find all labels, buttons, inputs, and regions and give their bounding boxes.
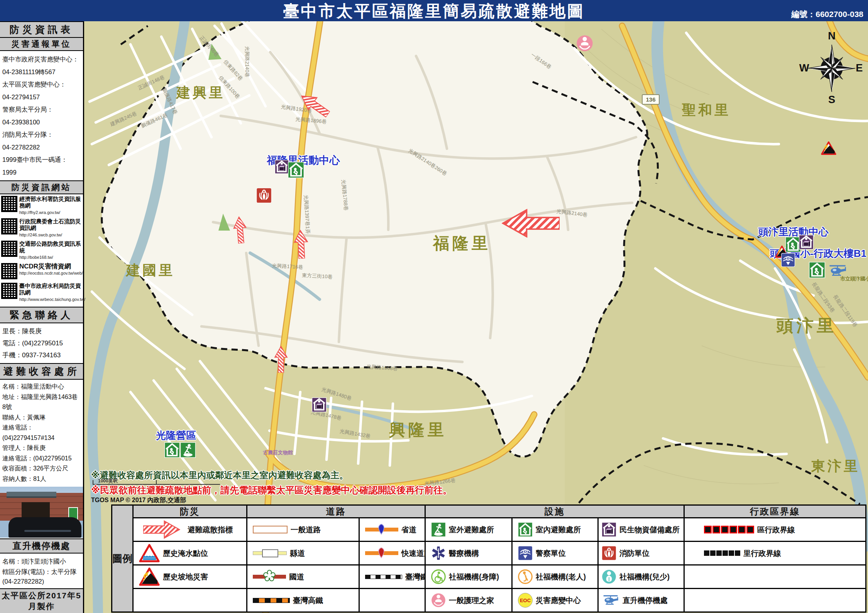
legend-item-label: 歷史坡地災害 [163, 572, 208, 582]
legend-item-label: 避難疏散指標 [188, 525, 233, 535]
supplies-depot-icon [602, 522, 616, 537]
legend-item-hsr: 臺灣高鐵 [247, 589, 359, 611]
website-row: 交通部公路防救災資訊系統 http://bobe168.tw/ [1, 241, 82, 260]
shelter-line: 收容面積：326平方公尺 [2, 464, 81, 474]
map-serial-number: 編號：6602700-038 [791, 9, 863, 20]
phone-line: 1999臺中市民一碼通：1999 [2, 153, 81, 178]
provincial-shield-icon [377, 524, 386, 535]
nursing-home-icon [431, 593, 446, 608]
provincial-road-swatch [365, 528, 398, 531]
legend-item-provincial-road: 省道 [360, 518, 425, 541]
website-url: http://fhy2.wra.gov.tw/ [19, 210, 82, 215]
region-label-xinglong: 興隆里 [389, 419, 447, 441]
sidebar-title: 防災資訊表 [0, 21, 83, 38]
street-label: 光興路2140巷 [244, 46, 250, 78]
heliport-line: 轄區分隊(電話)：太平分隊(04-22782282) [2, 567, 81, 586]
legend-empty-cell [134, 589, 246, 611]
legend-item-nursing-home: 一般護理之家 [426, 589, 511, 611]
shelter-line: 容納人數：81人 [2, 474, 81, 484]
legend-header-admin: 行政區界線 [685, 506, 865, 517]
legend-item-flood: 歷史淹水點位 [134, 542, 246, 564]
legend-item-label: 一般道路 [291, 525, 321, 535]
phone-line: 04-22782282 [2, 141, 81, 154]
legend-empty-cell [685, 565, 865, 588]
region-label-jianguo: 建國里 [126, 261, 175, 280]
legend-item-general-road: 一般道路 [247, 518, 359, 541]
landslide-hazard-icon [821, 141, 836, 155]
website-name: 經濟部水利署防災資訊服務網 [19, 196, 82, 209]
legend-item-indoor-shelter: 室內避難處所 [513, 518, 597, 541]
shelter-line: 管理人：陳長庚 [2, 443, 81, 453]
expressway-swatch [365, 551, 398, 555]
indoor-shelter-icon [164, 442, 180, 458]
legend-item-evac-arrow: 避難疏散指標 [134, 518, 246, 541]
legend-item-label: 室內避難處所 [536, 525, 581, 535]
website-row: 行政院農委會土石流防災資訊網 http://246.swcb.gov.tw/ [1, 218, 82, 237]
legend-header-road: 道路 [247, 506, 425, 517]
child-icon [602, 569, 616, 584]
supplies-depot-icon [312, 397, 327, 412]
legend-item-label: 社福機構(身障) [449, 572, 499, 582]
legend-item-label: 國道 [289, 572, 304, 582]
contact-line: 電話：(04)22795015 [2, 337, 81, 349]
page-title: 臺中市太平區福隆里簡易疏散避難地圖 [0, 0, 868, 22]
legend-item-supplies: 民生物資儲備處所 [599, 518, 684, 541]
legend-item-label: 災害應變中心 [536, 595, 581, 606]
legend-item-label: 室外避難處所 [449, 525, 494, 535]
hsr-swatch [253, 598, 290, 603]
indoor-shelter-icon [518, 522, 533, 537]
national-highway-swatch [253, 575, 286, 579]
legend-item-label: 一般護理之家 [449, 595, 494, 606]
evacuation-arrow [232, 216, 249, 244]
legend-item-label: 消防單位 [619, 548, 650, 559]
legend-header-facility: 設施 [426, 506, 684, 517]
legend-item-national-highway: 國道 [247, 565, 359, 588]
compass-w: W [799, 62, 809, 74]
sidebar-footer: 太平區公所2017年5月製作 [0, 588, 83, 613]
phone-line: 臺中市政府災害應變中心： [2, 53, 81, 66]
section-shelter: 避難收容處所 [0, 363, 83, 380]
railway-swatch [365, 575, 402, 579]
legend-item-expressway: 快速道路 [360, 542, 425, 564]
county-road-swatch [253, 551, 287, 555]
title-bar: 臺中市太平區福隆里簡易疏散避難地圖 編號：6602700-038 [0, 0, 868, 21]
outdoor-shelter-icon [431, 522, 446, 537]
heliport-detail-list: 名稱：頭汴里頭汴國小 轄區分隊(電話)：太平分隊(04-22782282) [0, 554, 83, 588]
legend-item-label: 省道 [401, 525, 416, 535]
evacuation-arrow [293, 229, 310, 259]
indoor-shelter-icon [809, 262, 825, 278]
flood-point-icon [139, 543, 160, 563]
qr-code-icon [1, 241, 17, 257]
website-url: http://eocdss.ncdr.nat.gov.tw/web/ [19, 271, 82, 275]
legend-item-label: 臺灣高鐵 [293, 595, 323, 606]
legend-item-police: 警察單位 [513, 542, 597, 564]
info-sidebar: 防災資訊表 災害通報單位 臺中市政府災害應變中心： 04-23811119轉56… [0, 21, 84, 613]
legend-empty-cell [685, 589, 865, 611]
region-label-fulong: 福隆里 [433, 233, 491, 254]
legend-label: 圖例 [112, 506, 132, 611]
phone-line: 04-23811119轉567 [2, 66, 81, 78]
website-name: NCDR災害情資網 [19, 263, 82, 270]
legend-item-slope: 歷史坡地災害 [134, 565, 246, 588]
website-name: 交通部公路防救災資訊系統 [19, 241, 82, 254]
shelter-line: 地址：福隆里光興路1463巷8號 [2, 392, 81, 413]
legend-item-label: 歷史淹水點位 [163, 548, 208, 559]
contact-line: 里長：陳長庚 [2, 325, 81, 337]
report-phone-list: 臺中市政府災害應變中心： 04-23811119轉567 太平區災害應變中心： … [0, 51, 83, 180]
supplies-depot-icon [275, 160, 289, 174]
website-list: 經濟部水利署防災資訊服務網 http://fhy2.wra.gov.tw/ 行政… [0, 194, 83, 307]
medical-icon [431, 546, 446, 560]
legend-item-label: 區行政界線 [757, 525, 795, 535]
qr-code-icon [1, 263, 17, 279]
section-heliport: 直升機停機處 [0, 538, 83, 554]
legend-item-welfare-elderly: 社福機構(老人) [513, 565, 597, 588]
svg-text:136: 136 [646, 96, 655, 103]
shelter-detail-list: 名稱：福隆里活動中心 地址：福隆里光興路1463巷8號 聯絡人：黃佩琳 連絡電話… [0, 380, 83, 486]
legend-item-medical: 醫療機構 [426, 542, 511, 564]
legend-item-county-road: 縣道 [247, 542, 359, 564]
shelter-line: 名稱：福隆里活動中心 [2, 382, 81, 392]
website-row: 臺中市政府水利局防災資訊網 http://www.wrbeoc.taichung… [1, 283, 82, 302]
nursing-home-icon [576, 35, 593, 52]
legend-item-eoc: EOC 災害應變中心 [513, 589, 597, 611]
plum-blossom-icon [263, 570, 276, 582]
